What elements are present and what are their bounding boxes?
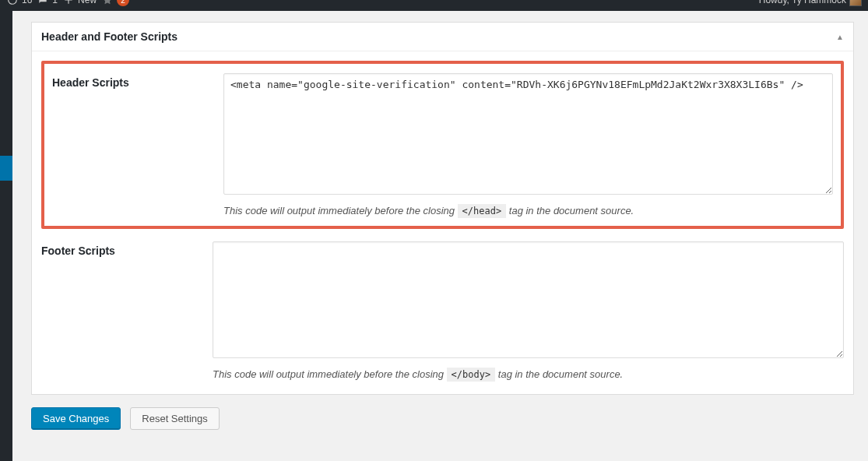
footer-scripts-hint: This code will output immediately before… [213,368,844,380]
avatar [849,0,862,6]
panel-title: Header and Footer Scripts [41,30,177,43]
scripts-panel: Header and Footer Scripts ▲ Header Scrip… [31,22,854,395]
notification-icon [101,0,114,6]
comments-count: 1 [52,0,58,5]
header-scripts-highlight: Header Scripts This code will output imm… [41,61,844,229]
content-area: Header and Footer Scripts ▲ Header Scrip… [12,11,868,461]
user-greeting[interactable]: Howdy, Ty Hammock [759,0,862,6]
new-label: New [78,0,97,5]
notifications-item[interactable]: 2 [101,0,129,6]
panel-header[interactable]: Header and Footer Scripts ▲ [32,23,853,51]
updates-item[interactable]: 16 [6,0,32,6]
footer-scripts-textarea[interactable] [213,241,844,358]
reset-button[interactable]: Reset Settings [130,407,220,430]
greeting-text: Howdy, Ty Hammock [759,0,846,5]
hint-text-after: tag in the document source. [498,368,623,380]
admin-sidebar[interactable] [0,11,12,461]
header-scripts-hint: This code will output immediately before… [223,205,833,216]
footer-scripts-row: Footer Scripts This code will output imm… [41,241,844,380]
header-scripts-row: Header Scripts This code will output imm… [52,73,833,216]
hint-code: </head> [458,204,507,218]
admin-bar: 16 1 New 2 Howdy, Ty Hammock [0,0,868,11]
refresh-icon [6,0,19,6]
updates-count: 16 [22,0,32,5]
new-item[interactable]: New [62,0,97,6]
footer-scripts-label: Footer Scripts [41,241,205,257]
plus-icon [62,0,75,6]
header-scripts-label: Header Scripts [52,73,216,89]
comments-item[interactable]: 1 [37,0,58,6]
hint-text-before: This code will output immediately before… [213,368,447,380]
save-button[interactable]: Save Changes [31,407,121,430]
collapse-icon[interactable]: ▲ [836,33,844,41]
notification-badge: 2 [117,0,129,6]
hint-text-before: This code will output immediately before… [223,205,458,216]
actions-row: Save Changes Reset Settings [31,407,854,430]
sidebar-active-marker [0,156,12,181]
header-scripts-textarea[interactable] [223,73,833,195]
hint-code: </body> [447,368,496,382]
comment-icon [37,0,49,6]
hint-text-after: tag in the document source. [509,205,634,216]
